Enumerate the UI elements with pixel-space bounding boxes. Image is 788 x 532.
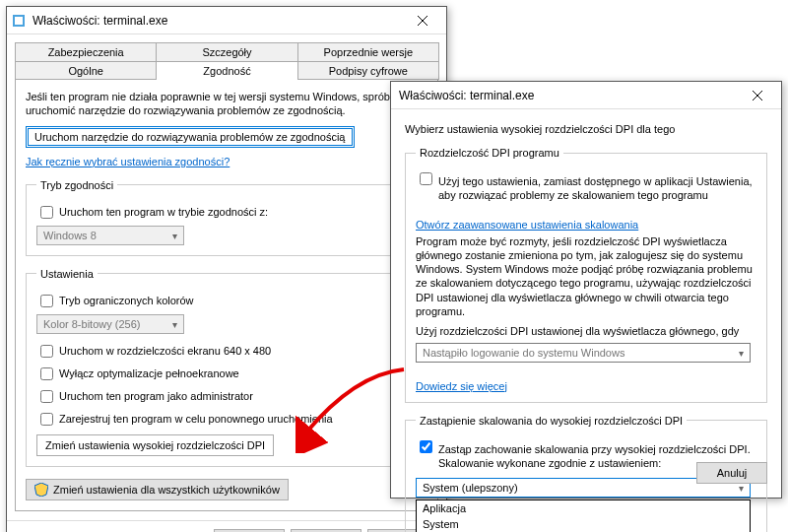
settings-group: Ustawienia Tryb ograniczonych kolorów Ko… [26, 268, 427, 467]
intro-text: Jeśli ten program nie działa poprawnie w… [26, 90, 427, 118]
compat-mode-checkbox[interactable] [40, 206, 53, 219]
tab-general[interactable]: Ogólne [15, 61, 157, 80]
register-restart-checkbox[interactable] [40, 413, 53, 426]
open-advanced-link[interactable]: Otwórz zaawansowane ustawienia skalowani… [416, 219, 638, 231]
compat-mode-group: Tryb zgodności Uruchom ten program w try… [26, 179, 427, 256]
run-admin-label: Uruchom ten program jako administrator [59, 390, 253, 402]
tab-row-1: Zabezpieczenia Szczegóły Poprzednie wers… [15, 42, 438, 61]
chevron-down-icon [739, 482, 744, 494]
app-icon [11, 13, 27, 29]
cancel-button[interactable]: Anuluj [291, 529, 361, 532]
dialog-buttons: OK Anuluj Zastosuj [7, 520, 446, 532]
run-640-checkbox[interactable] [40, 345, 53, 358]
dpi-settings-dialog: Właściwości: terminal.exe Wybierz ustawi… [390, 81, 782, 499]
limited-colors-label: Tryb ograniczonych kolorów [59, 295, 194, 306]
change-all-users-button[interactable]: Zmień ustawienia dla wszystkich użytkown… [26, 479, 289, 500]
color-mode-value: Kolor 8-bitowy (256) [43, 318, 140, 330]
compat-os-value: Windows 8 [43, 230, 97, 241]
close-button[interactable] [738, 84, 777, 107]
logon-combo-value: Nastąpiło logowanie do systemu Windows [423, 347, 624, 359]
svg-rect-1 [15, 17, 23, 25]
compat-os-combo[interactable]: Windows 8 [36, 226, 184, 245]
use-setting-checkbox[interactable] [420, 172, 432, 185]
tab-previous-versions[interactable]: Poprzednie wersje [297, 42, 439, 61]
use-setting-label: Użyj tego ustawienia, zamiast dostępnego… [438, 174, 756, 203]
scaling-selected-value: System (ulepszony) [423, 482, 518, 494]
disable-fullscreen-label: Wyłącz optymalizacje pełnoekranowe [59, 367, 239, 379]
ok-button[interactable]: OK [214, 529, 285, 532]
tab-row-2: Ogólne Zgodność Podpisy cyfrowe [15, 61, 438, 80]
scaling-option-application[interactable]: Aplikacja [417, 500, 750, 516]
learn-more-link[interactable]: Dowiedz się więcej [416, 380, 507, 392]
run-admin-checkbox[interactable] [40, 390, 53, 403]
settings-legend: Ustawienia [36, 268, 98, 280]
use-main-dpi-label: Użyj rozdzielczości DPI ustawionej dla w… [416, 324, 756, 338]
titlebar[interactable]: Właściwości: terminal.exe [7, 7, 446, 34]
override-legend: Zastąpienie skalowania do wysokiej rozdz… [416, 415, 687, 427]
tab-panel-compat: Jeśli ten program nie działa poprawnie w… [15, 79, 438, 511]
change-all-users-label: Zmień ustawienia dla wszystkich użytkown… [53, 484, 280, 496]
tab-details[interactable]: Szczegóły [156, 42, 297, 61]
limited-colors-checkbox[interactable] [40, 295, 53, 307]
choose-label: Wybierz ustawienia wysokiej rozdzielczoś… [405, 123, 767, 135]
color-mode-combo[interactable]: Kolor 8-bitowy (256) [36, 314, 184, 334]
tab-security[interactable]: Zabezpieczenia [15, 42, 157, 61]
tab-signatures[interactable]: Podpisy cyfrowe [297, 61, 439, 80]
window-title: Właściwości: terminal.exe [395, 89, 738, 102]
properties-dialog-compat: Właściwości: terminal.exe Zabezpieczenia… [6, 6, 447, 532]
close-button[interactable] [403, 9, 442, 33]
tab-compatibility[interactable]: Zgodność [156, 61, 297, 80]
scaling-dropdown-list: Aplikacja System System (ulepszony) [416, 499, 751, 532]
compat-mode-legend: Tryb zgodności [36, 179, 117, 191]
scaling-option-system[interactable]: System [417, 516, 750, 532]
chevron-down-icon [739, 347, 744, 359]
override-checkbox[interactable] [420, 440, 432, 453]
change-dpi-button[interactable]: Zmień ustawienia wysokiej rozdzielczości… [36, 434, 274, 456]
explain-text: Program może być rozmyty, jeśli rozdziel… [416, 234, 756, 319]
titlebar[interactable]: Właściwości: terminal.exe [391, 82, 781, 109]
window-title: Właściwości: terminal.exe [33, 14, 403, 28]
disable-fullscreen-checkbox[interactable] [40, 367, 53, 380]
dpi-program-group: Rozdzielczość DPI programu Użyj tego ust… [405, 147, 767, 403]
close-icon [753, 91, 762, 100]
dpi-program-legend: Rozdzielczość DPI programu [416, 147, 563, 159]
logon-combo[interactable]: Nastąpiło logowanie do systemu Windows [416, 343, 751, 363]
chevron-down-icon [172, 230, 177, 241]
compat-mode-label: Uruchom ten program w trybie zgodności z… [59, 206, 268, 218]
shield-icon [34, 483, 48, 497]
register-restart-label: Zarejestruj ten program w celu ponownego… [59, 413, 333, 425]
manual-settings-link[interactable]: Jak ręcznie wybrać ustawienia zgodności? [26, 156, 230, 167]
chevron-down-icon [172, 318, 177, 330]
run-troubleshooter-button[interactable]: Uruchom narzędzie do rozwiązywania probl… [26, 126, 355, 148]
run-640-label: Uruchom w rozdzielczości ekranu 640 x 48… [59, 345, 271, 357]
close-icon [418, 16, 427, 26]
cancel-button[interactable]: Anuluj [696, 462, 767, 484]
